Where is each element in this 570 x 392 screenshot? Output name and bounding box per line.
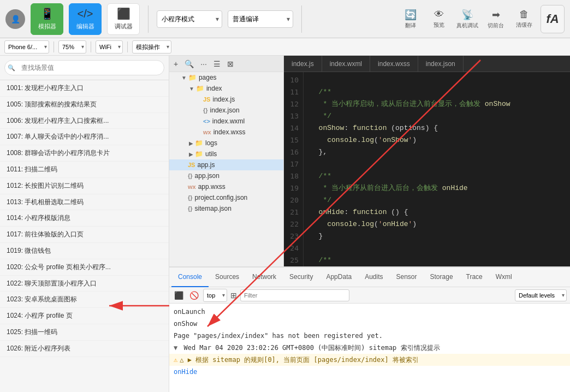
compile-select[interactable]: 普通编译	[228, 10, 293, 28]
wifi-select[interactable]: WiFi	[96, 40, 123, 54]
tree-item[interactable]: wxindex.wxss	[169, 127, 283, 138]
list-item[interactable]: 1025: 扫描一维码	[0, 324, 169, 341]
list-item[interactable]: 1024: 小程序 profile 页	[0, 308, 169, 324]
console-line[interactable]: onHide	[169, 366, 570, 378]
mode-select-wrapper[interactable]: 小程序模式	[157, 10, 222, 28]
debugger-button[interactable]: ⬛ 调试器	[107, 3, 140, 35]
list-item[interactable]: 1019: 微信钱包	[0, 243, 169, 259]
bottom-tab-appdata[interactable]: AppData	[319, 268, 358, 287]
line-number: 13	[288, 110, 299, 122]
bottom-tab-trace[interactable]: Trace	[460, 268, 489, 287]
folder-arrow-icon: ▶	[189, 140, 193, 146]
line-number: 18	[288, 170, 299, 182]
top-select[interactable]: top	[203, 289, 227, 302]
simulator-button[interactable]: 📱 模拟器	[31, 3, 63, 35]
top-toolbar: 👤 📱 模拟器 </> 编辑器 ⬛ 调试器 小程序模式 普通编译	[0, 0, 570, 38]
editor-button[interactable]: </> 编辑器	[69, 3, 102, 35]
line-number: 25	[288, 254, 299, 266]
search-tree-icon[interactable]: 🔍	[182, 58, 196, 69]
bottom-tab-sources[interactable]: Sources	[209, 268, 246, 287]
editor-tab-index-wxml[interactable]: index.wxml	[322, 56, 370, 72]
console-clear-button[interactable]: 🚫	[188, 289, 200, 301]
filter-input[interactable]	[240, 289, 349, 301]
list-item[interactable]: 1008: 群聊会话中的小程序消息卡片	[0, 145, 169, 162]
list-item[interactable]: 1020: 公众号 profile 页相关小程序...	[0, 259, 169, 276]
levels-select-wrapper[interactable]: Default levels	[515, 289, 567, 301]
top-select-wrapper[interactable]: top	[203, 289, 227, 302]
file-tree-item-label: app.wxss	[198, 183, 225, 191]
bottom-tab-storage[interactable]: Storage	[424, 268, 460, 287]
file-tree-item-label: logs	[205, 139, 217, 147]
editor-tab-index-wxss[interactable]: index.wxss	[370, 56, 418, 72]
wxss-file-icon: wx	[203, 129, 211, 135]
bottom-tab-security[interactable]: Security	[283, 268, 319, 287]
tree-item[interactable]: JSapp.js	[169, 159, 283, 170]
debugger-label: 调试器	[115, 22, 133, 31]
folder-arrow-icon: ▼	[189, 86, 194, 92]
compile-select-wrapper[interactable]: 普通编译	[228, 10, 293, 28]
line-number: 17	[288, 158, 299, 170]
wifi-select-wrapper[interactable]: WiFi	[96, 40, 123, 54]
list-item[interactable]: 1012: 长按图片识别二维码	[0, 178, 169, 194]
list-item[interactable]: 1006: 发现栏小程序主入口搜索框...	[0, 113, 169, 129]
bottom-tab-wxml[interactable]: Wxml	[489, 268, 519, 287]
list-item[interactable]: 1017: 前往体验版的入口页	[0, 227, 169, 243]
console-sidebar-toggle[interactable]: ⬛	[173, 289, 185, 301]
switch-front-button[interactable]: ➡ 切前台	[484, 9, 508, 29]
left-panel: 1001: 发现栏小程序主入口1005: 顶部搜索框的搜索结果页1006: 发现…	[0, 56, 169, 392]
line-number: 20	[288, 194, 299, 206]
tree-item[interactable]: <>index.wxml	[169, 116, 283, 127]
code-line: * 当小程序从前台进入后台，会触发 onHide	[310, 182, 563, 194]
collapse-icon[interactable]: ⊠	[225, 58, 236, 69]
levels-select[interactable]: Default levels	[515, 289, 567, 301]
list-item[interactable]: 1026: 附近小程序列表	[0, 341, 169, 357]
clear-cache-button[interactable]: 🗑 清缓存	[512, 9, 536, 29]
editor-tab-index-js[interactable]: index.js	[284, 56, 322, 72]
more-options-icon[interactable]: ···	[198, 58, 209, 69]
file-tree-item-label: index	[206, 85, 222, 92]
list-item[interactable]: 1013: 手机相册选取二维码	[0, 194, 169, 211]
folder-arrow-icon: ▶	[189, 151, 193, 157]
tree-item[interactable]: JSindex.js	[169, 94, 283, 105]
list-item[interactable]: 1022: 聊天顶部置顶小程序入口	[0, 276, 169, 292]
simulate-op-select-wrapper[interactable]: 模拟操作	[132, 40, 171, 54]
list-item[interactable]: 1011: 扫描二维码	[0, 162, 169, 178]
add-file-icon[interactable]: +	[171, 58, 180, 69]
zoom-select-wrapper[interactable]: 75%	[58, 40, 86, 54]
fa-text: fA	[546, 12, 559, 26]
bottom-tab-audits[interactable]: Audits	[358, 268, 389, 287]
bottom-tab-network[interactable]: Network	[246, 268, 283, 287]
bottom-tab-console[interactable]: Console	[171, 268, 209, 287]
search-box	[0, 56, 169, 80]
mode-select[interactable]: 小程序模式	[157, 10, 222, 28]
tree-item[interactable]: {}sitemap.json	[169, 203, 283, 214]
bottom-tabs: ConsoleSourcesNetworkSecurityAppDataAudi…	[169, 268, 570, 287]
list-item[interactable]: 1005: 顶部搜索框的搜索结果页	[0, 97, 169, 113]
translate-button[interactable]: 🔄 翻译	[399, 9, 423, 29]
tree-item[interactable]: {}index.json	[169, 105, 283, 116]
device-select-wrapper[interactable]: Phone 6/...	[4, 40, 49, 54]
tree-item[interactable]: {}app.json	[169, 170, 283, 181]
tree-item[interactable]: ▼📁index	[169, 83, 283, 94]
tree-item[interactable]: wxapp.wxss	[169, 181, 283, 192]
tree-item[interactable]: {}project.config.json	[169, 192, 283, 203]
expand-icon[interactable]: ⊞	[230, 291, 237, 300]
line-number: 21	[288, 206, 299, 218]
tree-item[interactable]: ▼📁pages	[169, 72, 283, 83]
tree-item[interactable]: ▶📁logs	[169, 138, 283, 149]
simulate-op-select[interactable]: 模拟操作	[132, 40, 171, 54]
list-item[interactable]: 1007: 单人聊天会话中的小程序消...	[0, 129, 169, 145]
list-item[interactable]: 1014: 小程序模版消息	[0, 210, 169, 227]
list-item[interactable]: 1023: 安卓系统桌面图标	[0, 292, 169, 308]
real-debug-button[interactable]: 📡 真机调试	[455, 9, 479, 29]
device-select[interactable]: Phone 6/...	[4, 40, 49, 54]
list-item[interactable]: 1001: 发现栏小程序主入口	[0, 80, 169, 97]
list-view-icon[interactable]: ☰	[211, 58, 223, 69]
preview-button[interactable]: 👁 预览	[427, 9, 451, 29]
editor-tab-index-json[interactable]: index.json	[418, 56, 464, 72]
folder-arrow-icon: ▼	[181, 75, 187, 81]
bottom-tab-sensor[interactable]: Sensor	[390, 268, 424, 287]
search-input[interactable]	[4, 60, 164, 75]
tree-item[interactable]: ▶📁utils	[169, 149, 283, 159]
zoom-select[interactable]: 75%	[58, 40, 86, 54]
